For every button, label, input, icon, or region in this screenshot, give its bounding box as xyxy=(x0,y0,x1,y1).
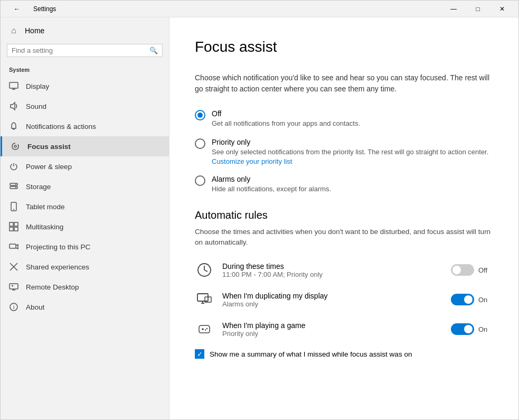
sidebar-item-display[interactable]: Display xyxy=(1,76,169,96)
svg-rect-15 xyxy=(10,244,16,248)
search-box[interactable]: 🔍 xyxy=(7,44,163,57)
rule-label-game: When I'm playing a game xyxy=(222,321,442,330)
automatic-rules-desc: Choose the times and activities when you… xyxy=(195,227,493,248)
customize-priority-link[interactable]: Customize your priority list xyxy=(212,157,292,165)
rule-sublabel-duplicating: Alarms only xyxy=(222,300,442,308)
radio-circle-alarms xyxy=(195,175,205,186)
rule-sublabel-game: Priority only xyxy=(222,330,442,338)
sidebar-label-focus: Focus assist xyxy=(27,143,71,151)
svg-line-27 xyxy=(204,270,207,272)
svg-point-35 xyxy=(205,329,206,330)
rule-game: When I'm playing a game Priority only On xyxy=(195,320,493,339)
back-button[interactable]: ← xyxy=(5,1,29,17)
page-description: Choose which notification you'd like to … xyxy=(195,72,493,95)
sidebar-item-power[interactable]: Power & sleep xyxy=(1,156,169,176)
toggle-area-times: Off xyxy=(451,264,493,276)
settings-window: ← Settings — □ ✕ ⌂ Home 🔍 System xyxy=(0,0,519,420)
checkbox-label: Show me a summary of what I missed while… xyxy=(210,350,412,358)
radio-text-alarms: Alarms only Hide all notifications, exce… xyxy=(212,175,493,194)
radio-circle-off xyxy=(195,110,205,120)
radio-circle-priority xyxy=(195,138,205,149)
svg-point-7 xyxy=(15,184,16,185)
multitasking-icon xyxy=(9,222,18,231)
sidebar-label-tablet: Tablet mode xyxy=(26,203,65,211)
minimize-button[interactable]: — xyxy=(441,1,466,17)
section-header: System xyxy=(1,61,169,76)
sidebar-item-sound[interactable]: Sound xyxy=(1,96,169,116)
home-icon: ⌂ xyxy=(9,26,18,35)
gamepad-icon xyxy=(195,320,214,339)
sidebar-home[interactable]: ⌂ Home xyxy=(1,20,169,42)
maximize-button[interactable]: □ xyxy=(466,1,490,17)
svg-point-4 xyxy=(14,145,16,147)
notifications-icon xyxy=(9,122,18,131)
display-icon xyxy=(9,81,18,91)
checkbox-row[interactable]: ✓ Show me a summary of what I missed whi… xyxy=(195,349,493,359)
page-title: Focus assist xyxy=(195,39,493,55)
sidebar-item-about[interactable]: i About xyxy=(1,297,169,317)
sidebar-label-storage: Storage xyxy=(26,183,51,191)
svg-rect-13 xyxy=(10,227,13,231)
projecting-icon xyxy=(9,242,18,251)
sidebar-item-tablet[interactable]: Tablet mode xyxy=(1,197,169,217)
rule-text-times: During these times 11:00 PM - 7:00 AM; P… xyxy=(222,262,442,278)
sidebar-item-focus[interactable]: Focus assist xyxy=(1,136,169,156)
toggle-area-game: On xyxy=(451,323,493,335)
svg-rect-28 xyxy=(197,294,208,301)
titlebar: ← Settings — □ ✕ xyxy=(1,1,518,17)
remote-icon xyxy=(9,282,18,292)
search-input[interactable] xyxy=(12,46,149,54)
svg-point-10 xyxy=(13,209,14,210)
clock-icon xyxy=(195,260,214,279)
sidebar-item-remote[interactable]: Remote Desktop xyxy=(1,277,169,297)
tablet-icon xyxy=(9,202,18,211)
titlebar-title: Settings xyxy=(33,5,56,13)
radio-priority[interactable]: Priority only See only selected notifica… xyxy=(195,138,493,165)
close-button[interactable]: ✕ xyxy=(490,1,514,17)
toggle-game[interactable] xyxy=(451,323,474,335)
sidebar-label-sound: Sound xyxy=(26,102,46,110)
sidebar-label-shared: Shared experiences xyxy=(26,263,89,271)
toggle-label-game: On xyxy=(478,325,493,333)
summary-checkbox[interactable]: ✓ xyxy=(195,349,204,359)
radio-label-alarms: Alarms only xyxy=(212,175,493,183)
checkmark-icon: ✓ xyxy=(197,351,203,358)
radio-off[interactable]: Off Get all notifications from your apps… xyxy=(195,109,493,128)
toggle-times[interactable] xyxy=(451,264,474,276)
sidebar-item-projecting[interactable]: Projecting to this PC xyxy=(1,237,169,257)
sidebar-item-storage[interactable]: Storage xyxy=(1,176,169,197)
radio-sublabel-alarms: Hide all notifications, except for alarm… xyxy=(212,184,493,194)
rule-label-times: During these times xyxy=(222,262,442,270)
search-icon: 🔍 xyxy=(149,46,158,54)
sidebar-item-shared[interactable]: Shared experiences xyxy=(1,257,169,277)
radio-label-off: Off xyxy=(212,109,493,118)
sidebar: ⌂ Home 🔍 System Display xyxy=(1,17,169,419)
sidebar-label-remote: Remote Desktop xyxy=(26,283,79,291)
focus-icon xyxy=(11,142,20,151)
toggle-duplicating[interactable] xyxy=(451,294,474,305)
radio-alarms[interactable]: Alarms only Hide all notifications, exce… xyxy=(195,175,493,194)
automatic-rules-title: Automatic rules xyxy=(195,209,493,221)
sound-icon xyxy=(9,101,18,111)
svg-point-34 xyxy=(206,328,207,329)
rule-text-game: When I'm playing a game Priority only xyxy=(222,321,442,338)
storage-icon xyxy=(9,182,18,191)
svg-point-8 xyxy=(15,187,16,188)
about-icon: i xyxy=(9,302,18,312)
sidebar-item-multitasking[interactable]: Multitasking xyxy=(1,217,169,237)
radio-sublabel-off: Get all notifications from your apps and… xyxy=(212,119,493,128)
sidebar-label-about: About xyxy=(26,303,44,311)
svg-text:i: i xyxy=(13,304,14,310)
svg-marker-3 xyxy=(11,102,15,110)
sidebar-label-multitasking: Multitasking xyxy=(26,223,63,231)
toggle-area-duplicating: On xyxy=(451,294,493,305)
svg-rect-18 xyxy=(10,284,18,289)
power-icon xyxy=(9,162,18,171)
sidebar-label-display: Display xyxy=(26,82,49,90)
radio-sublabel-priority: See only selected notifications from the… xyxy=(212,147,493,157)
toggle-thumb-game xyxy=(464,325,473,333)
shared-icon xyxy=(9,262,18,272)
radio-text-priority: Priority only See only selected notifica… xyxy=(212,138,493,165)
sidebar-item-notifications[interactable]: Notifications & actions xyxy=(1,116,169,136)
svg-rect-14 xyxy=(14,227,18,231)
